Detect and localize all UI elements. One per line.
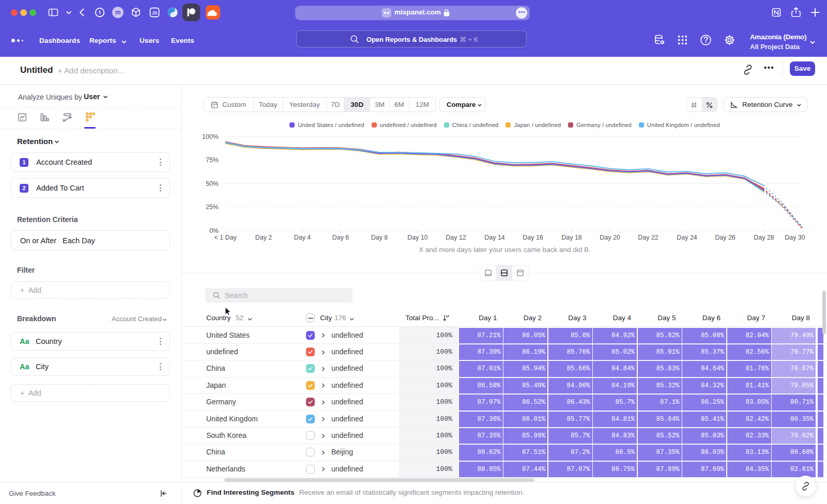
svg-text:< 1 Day: < 1 Day bbox=[214, 234, 237, 241]
svg-text:Day 10: Day 10 bbox=[407, 234, 428, 241]
svg-text:Day 6: Day 6 bbox=[332, 234, 349, 241]
svg-text:50%: 50% bbox=[206, 180, 219, 187]
svg-text:100%: 100% bbox=[202, 133, 219, 140]
svg-text:Day 8: Day 8 bbox=[371, 234, 388, 241]
svg-text:Day 22: Day 22 bbox=[638, 234, 658, 241]
svg-text:JS: JS bbox=[152, 10, 158, 15]
svg-text:0%: 0% bbox=[209, 227, 219, 234]
svg-text:Day 24: Day 24 bbox=[677, 234, 697, 241]
svg-text:Day 12: Day 12 bbox=[446, 234, 466, 241]
svg-text:25%: 25% bbox=[206, 203, 219, 211]
svg-text:75%: 75% bbox=[206, 156, 219, 164]
svg-text:Day 26: Day 26 bbox=[715, 234, 736, 241]
svg-text:Day 14: Day 14 bbox=[484, 234, 505, 241]
svg-text:Day 16: Day 16 bbox=[523, 234, 543, 241]
svg-text:Day 30: Day 30 bbox=[785, 234, 805, 241]
svg-text:Day 20: Day 20 bbox=[600, 234, 620, 241]
svg-text:Day 28: Day 28 bbox=[754, 234, 774, 241]
svg-text:Day 4: Day 4 bbox=[294, 234, 311, 241]
svg-text:Day 18: Day 18 bbox=[561, 234, 582, 241]
svg-text:Day 2: Day 2 bbox=[255, 234, 272, 241]
